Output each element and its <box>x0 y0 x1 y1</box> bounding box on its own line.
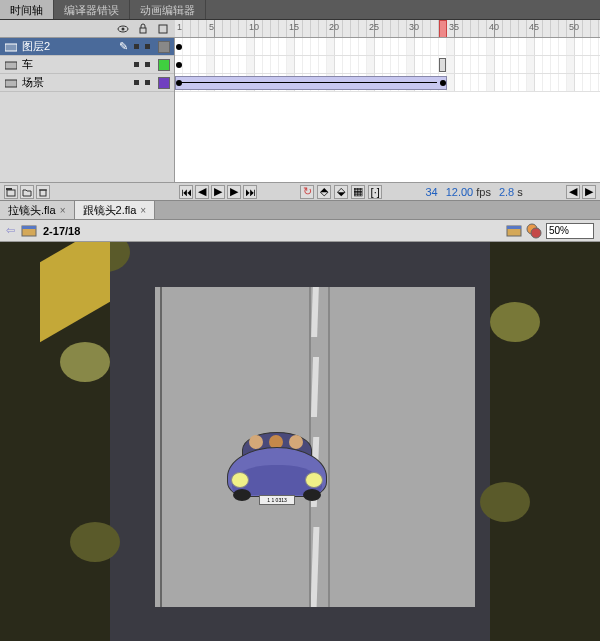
last-frame-button[interactable]: ⏭ <box>243 185 257 199</box>
car-symbol[interactable]: 1 1 0313 <box>217 417 337 517</box>
edit-scene-icon[interactable] <box>506 224 522 238</box>
delete-layer-button[interactable] <box>36 185 50 199</box>
layer-row[interactable]: 图层2✎ <box>0 38 174 56</box>
fps-value: 12.00 <box>446 186 474 198</box>
svg-rect-9 <box>40 190 46 196</box>
license-plate: 1 1 0313 <box>259 495 295 505</box>
onion-skin-button[interactable]: ⬘ <box>317 185 331 199</box>
file-tab-label: 跟镜头2.fla <box>83 203 137 218</box>
outline-icon[interactable] <box>157 23 169 35</box>
marker-button[interactable]: [·] <box>368 185 382 199</box>
layer-color-swatch[interactable] <box>158 41 170 53</box>
playhead[interactable] <box>439 20 447 37</box>
svg-point-1 <box>122 27 125 30</box>
svg-rect-12 <box>22 226 36 229</box>
layer-name: 场景 <box>22 75 130 90</box>
layer-type-icon <box>4 40 18 54</box>
lock-dot[interactable] <box>145 44 150 49</box>
loop-button[interactable]: ↻ <box>300 185 314 199</box>
prev-frame-button[interactable]: ◀ <box>195 185 209 199</box>
layer-type-icon <box>4 58 18 72</box>
first-frame-button[interactable]: ⏮ <box>179 185 193 199</box>
new-layer-button[interactable] <box>4 185 18 199</box>
svg-rect-5 <box>5 62 17 69</box>
current-frame: 34 <box>425 186 437 198</box>
frame-ruler[interactable]: 1510152025303540455055 <box>175 20 600 37</box>
svg-rect-4 <box>5 44 17 51</box>
tab-compiler-errors[interactable]: 编译器错误 <box>54 0 130 19</box>
pencil-icon: ✎ <box>116 40 130 54</box>
scene-icon <box>21 224 37 238</box>
frames-area[interactable] <box>175 38 600 182</box>
file-tab-label: 拉镜头.fla <box>8 203 56 218</box>
back-icon[interactable]: ⇦ <box>6 224 15 237</box>
lock-dot[interactable] <box>145 62 150 67</box>
file-tabs: 拉镜头.fla×跟镜头2.fla× <box>0 200 600 220</box>
svg-rect-8 <box>6 188 12 190</box>
edit-multiple-button[interactable]: ▦ <box>351 185 365 199</box>
lock-icon[interactable] <box>137 23 149 35</box>
svg-rect-2 <box>140 28 146 33</box>
timeline-panel: 1510152025303540455055 图层2✎车场景 ⏮ ◀ ▶ ▶ ⏭… <box>0 20 600 200</box>
layer-row[interactable]: 车 <box>0 56 174 74</box>
canvas-area: 1 1 0313 <box>155 287 475 607</box>
visibility-dot[interactable] <box>134 62 139 67</box>
svg-rect-6 <box>5 80 17 87</box>
new-folder-button[interactable] <box>20 185 34 199</box>
file-tab[interactable]: 跟镜头2.fla× <box>75 201 156 219</box>
time-value: 2.8 <box>499 186 514 198</box>
scroll-right-button[interactable]: ▶ <box>582 185 596 199</box>
layer-name: 图层2 <box>22 39 112 54</box>
layer-name: 车 <box>22 57 130 72</box>
lock-dot[interactable] <box>145 80 150 85</box>
layer-color-swatch[interactable] <box>158 59 170 71</box>
scene-label: 2-17/18 <box>43 225 80 237</box>
stage[interactable]: 1 1 0313 <box>0 242 600 641</box>
zoom-input[interactable] <box>546 223 594 239</box>
layer-type-icon <box>4 76 18 90</box>
svg-point-16 <box>531 228 541 238</box>
play-button[interactable]: ▶ <box>211 185 225 199</box>
close-icon[interactable]: × <box>140 205 146 216</box>
next-frame-button[interactable]: ▶ <box>227 185 241 199</box>
layer-header <box>0 20 175 37</box>
tab-anim-editor[interactable]: 动画编辑器 <box>130 0 206 19</box>
scroll-left-button[interactable]: ◀ <box>566 185 580 199</box>
svg-rect-14 <box>507 226 521 229</box>
layer-color-swatch[interactable] <box>158 77 170 89</box>
visibility-dot[interactable] <box>134 44 139 49</box>
svg-rect-7 <box>7 190 15 196</box>
close-icon[interactable]: × <box>60 205 66 216</box>
layer-row[interactable]: 场景 <box>0 74 174 92</box>
eye-icon[interactable] <box>117 23 129 35</box>
visibility-dot[interactable] <box>134 80 139 85</box>
layers-list: 图层2✎车场景 <box>0 38 175 182</box>
onion-outline-button[interactable]: ⬙ <box>334 185 348 199</box>
tab-timeline[interactable]: 时间轴 <box>0 0 54 19</box>
svg-rect-3 <box>159 25 167 33</box>
file-tab[interactable]: 拉镜头.fla× <box>0 201 75 219</box>
symbol-icon[interactable] <box>526 223 542 239</box>
